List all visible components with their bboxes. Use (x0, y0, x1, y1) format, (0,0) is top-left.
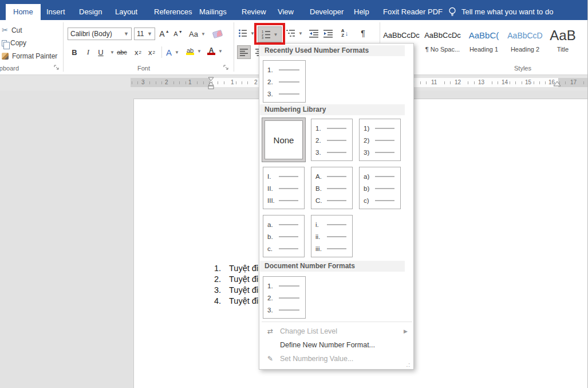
format-marker: 1. (267, 66, 279, 73)
lightbulb-icon (448, 7, 456, 17)
text-highlight-button[interactable]: ab▼ (186, 45, 202, 57)
format-marker: 3. (267, 91, 279, 97)
format-line (327, 188, 346, 189)
list-number: 4. (208, 296, 221, 307)
style-label: Heading 1 (465, 46, 503, 53)
menu-item-define-new-number-format[interactable]: Define New Number Format... (261, 338, 413, 352)
tab-home[interactable]: Home (6, 4, 41, 20)
increase-indent-button[interactable] (322, 27, 334, 40)
underline-dropdown[interactable]: ▼ (105, 46, 117, 58)
style-sample: AaBbCcD (506, 29, 544, 42)
format-marker: c. (267, 245, 279, 252)
copy-button[interactable]: Copy (2, 39, 26, 47)
align-left-button[interactable] (237, 45, 251, 59)
tab-foxit-reader-pdf[interactable]: Foxit Reader PDF (376, 4, 450, 20)
text-effects-button[interactable]: A▼ (166, 46, 179, 58)
ruler-number: 17 (569, 79, 578, 86)
copy-icon (2, 40, 7, 46)
format-line (279, 188, 298, 189)
clipboard-group-label: Clipboard (0, 65, 19, 72)
change-case-button[interactable]: Aa▼ (189, 28, 206, 40)
format-line (279, 176, 298, 177)
resize-grip[interactable]: .: (406, 362, 411, 368)
font-color-button[interactable]: A▼ (207, 45, 223, 57)
ruler-number: 2 (163, 79, 170, 86)
align-left-icon (240, 49, 248, 56)
strikethrough-button[interactable]: abc (116, 46, 128, 58)
eraser-icon (212, 29, 223, 38)
number-format-option[interactable]: 1.2.3. (263, 276, 306, 319)
superscript-button[interactable]: x2 (146, 46, 157, 58)
format-line (279, 200, 298, 201)
style-item-heading-1[interactable]: AaBbC(Heading 1 (465, 29, 503, 58)
style-item-title[interactable]: AaBTitle (544, 29, 582, 58)
tab-review[interactable]: Review (234, 4, 274, 20)
number-format-option[interactable]: A.B.C. (311, 167, 353, 209)
format-marker: a) (364, 173, 375, 180)
number-format-option[interactable]: 1.2.3. (311, 119, 353, 161)
show-hide-pilcrow-button[interactable]: ¶ (357, 27, 369, 40)
number-format-option[interactable]: a)b)c) (359, 167, 401, 209)
font-color-bar (207, 53, 215, 55)
tab-design[interactable]: Design (72, 4, 109, 20)
tab-developer[interactable]: Developer (302, 4, 351, 20)
tab-insert[interactable]: Insert (39, 4, 73, 20)
subscript-button[interactable]: x2 (132, 46, 144, 58)
format-line (279, 224, 298, 225)
underline-button[interactable]: U (95, 46, 106, 58)
font-dialog-launcher[interactable] (223, 65, 230, 71)
format-marker: ii. (315, 233, 327, 240)
number-format-option[interactable]: 1.2.3. (263, 60, 306, 103)
number-format-option[interactable]: I.II.III. (263, 167, 305, 209)
style-sample: AaBbC( (465, 29, 503, 42)
document-formats-header: Document Number Formats (260, 261, 405, 272)
format-marker: b) (364, 185, 375, 192)
style-sample: AaBbCcDc (382, 29, 420, 42)
bold-button[interactable]: B (69, 46, 80, 58)
tab-layout[interactable]: Layout (108, 4, 145, 20)
right-indent-marker[interactable] (553, 81, 561, 87)
tab-mailings[interactable]: Mailings (192, 4, 234, 20)
ruler-number: 15 (523, 79, 533, 86)
numbering-library-header: Numbering Library (260, 104, 405, 115)
format-line (279, 69, 299, 70)
number-format-option[interactable]: a.b.c. (263, 215, 305, 257)
number-format-option[interactable]: i.ii.iii. (311, 215, 353, 257)
ruler-left-margin: 321 (131, 78, 211, 87)
styles-group-label: Styles (514, 65, 531, 72)
list-text: Tuyệt đỉn (229, 285, 263, 296)
font-size-combobox[interactable]: 11 ▼ (134, 28, 155, 40)
tab-view[interactable]: View (270, 4, 301, 20)
multilevel-list-button[interactable]: ▼ (286, 27, 303, 40)
cut-button[interactable]: ✂ Cut (2, 26, 22, 34)
indent-markers[interactable] (207, 77, 215, 91)
number-format-none-option[interactable]: None (262, 117, 306, 162)
clipboard-dialog-launcher[interactable] (54, 65, 60, 71)
style-item-heading-2[interactable]: AaBbCcDHeading 2 (506, 29, 544, 58)
tell-me-box[interactable]: Tell me what you want to do (448, 4, 553, 20)
format-marker: c) (364, 197, 375, 204)
none-label: None (265, 120, 303, 159)
format-line (375, 128, 394, 129)
change-list-level-icon: ⇄ (261, 327, 280, 335)
format-marker: 2. (315, 137, 327, 144)
menu-item-set-numbering-value[interactable]: ✎Set Numbering Value... (261, 352, 413, 366)
shrink-font-button[interactable]: A▼ (172, 28, 184, 40)
menu-item-change-list-level[interactable]: ⇄Change List Level▶ (261, 324, 413, 338)
decrease-indent-icon (309, 29, 319, 38)
italic-button[interactable]: I (82, 46, 94, 58)
number-format-option[interactable]: 1)2)3) (359, 119, 401, 161)
format-line (327, 200, 346, 201)
decrease-indent-button[interactable] (308, 27, 319, 40)
sort-button[interactable]: AZ ↓ (339, 27, 350, 40)
tab-help[interactable]: Help (346, 4, 377, 20)
bullets-button[interactable]: ▼ (238, 27, 255, 40)
format-marker: i. (315, 221, 327, 228)
format-line (279, 285, 299, 287)
font-name-combobox[interactable]: Calibri (Body) ▼ (68, 28, 132, 40)
grow-font-button[interactable]: A▲ (159, 28, 170, 40)
format-painter-button[interactable]: Format Painter (2, 52, 57, 60)
format-line (279, 81, 299, 83)
style-item--no-spac-[interactable]: AaBbCcDc¶ No Spac... (424, 29, 461, 58)
clear-formatting-button[interactable] (212, 28, 223, 40)
